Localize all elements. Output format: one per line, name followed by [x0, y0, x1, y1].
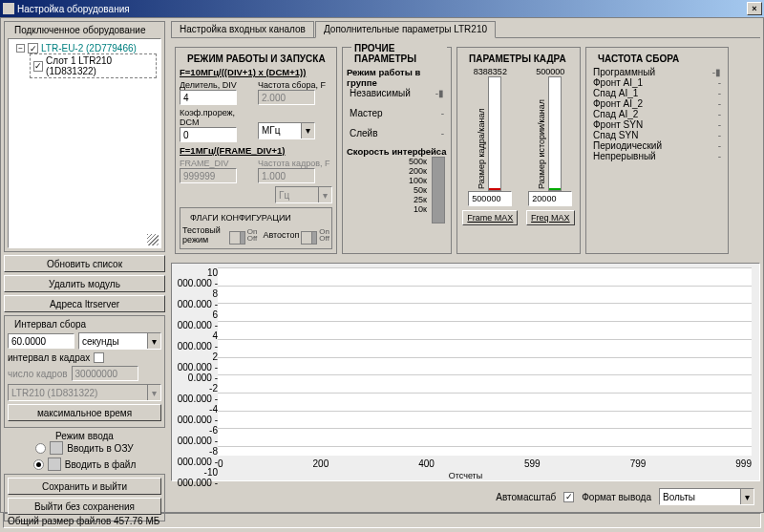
radio-ram[interactable]	[35, 443, 46, 454]
chevron-down-icon: ▾	[318, 187, 331, 202]
nframes-label: число кадров	[8, 369, 68, 379]
freq-row[interactable]: Программный-▮	[590, 67, 724, 77]
div-label: Делитель, DIV	[180, 80, 254, 90]
ltrserver-addr-button[interactable]: Адреса ltrserver	[4, 295, 165, 312]
tab-input-channels[interactable]: Настройка входных каналов	[171, 21, 314, 37]
freq-row-label: Фронт AI_1	[593, 77, 643, 88]
frame-right-top: 500000	[536, 67, 564, 76]
freq-row[interactable]: Непрерывный-	[590, 151, 724, 161]
indep-indicator[interactable]: -▮	[435, 88, 444, 98]
tree-child[interactable]: ✓ Слот 1 LTR210 (1D831322)	[30, 53, 157, 78]
interval-unit-label: секунды	[82, 336, 119, 347]
device-tree[interactable]: − ✓ LTR-EU-2 (2D779466) ✓ Слот 1 LTR210 …	[8, 38, 161, 248]
chevron-down-icon: ▾	[740, 489, 753, 504]
chart-toolbar: Автомасштаб ✓ Формат вывода Вольты ▾	[171, 484, 760, 509]
freq-row-label: Фронт AI_2	[593, 98, 643, 109]
freq-indicator[interactable]: -	[718, 88, 721, 98]
frame-left-slider[interactable]	[488, 76, 501, 191]
autostop-toggle[interactable]	[301, 231, 317, 245]
freq-row[interactable]: Фронт SYN-	[590, 119, 724, 130]
radio-file[interactable]	[33, 459, 44, 470]
tree-group: Подключенное оборудование − ✓ LTR-EU-2 (…	[4, 21, 165, 252]
frame-right-input[interactable]	[528, 191, 572, 206]
fdiv-label: FRAME_DIV	[180, 159, 254, 168]
freq-row[interactable]: Фронт AI_2-	[590, 98, 724, 109]
master-indicator[interactable]: -	[441, 108, 444, 118]
frame-right-slider[interactable]	[548, 76, 562, 191]
freq-indicator[interactable]: -	[718, 109, 721, 119]
ram-label: Вводить в ОЗУ	[67, 443, 133, 454]
frame-max-button[interactable]: Frame MAX	[462, 210, 518, 225]
tree-child-label: Слот 1 LTR210 (1D831322)	[46, 55, 153, 76]
in-frames-checkbox[interactable]	[94, 352, 104, 363]
freq-row-label: Спад SYN	[593, 130, 638, 140]
tree-expander-icon[interactable]: −	[16, 44, 25, 53]
freq-row[interactable]: Спад AI_2-	[590, 109, 724, 119]
file-icon	[48, 458, 61, 471]
freq-row[interactable]: Периодический-	[590, 140, 724, 151]
dcm-input[interactable]	[180, 127, 237, 142]
format-select[interactable]: Вольты ▾	[659, 488, 754, 505]
ram-icon	[50, 441, 63, 455]
freq-row-label: Непрерывный	[593, 151, 656, 161]
testmode-toggle[interactable]	[229, 231, 245, 245]
freq-indicator[interactable]: -	[718, 151, 721, 161]
freq-title: ЧАСТОТА СБОРА	[595, 53, 682, 64]
status-bar: Общий размер файлов 457.76 МБ	[3, 513, 761, 528]
chart-area[interactable]: 10 000.000 -8 000.000 -6 000.000 -4 000.…	[171, 263, 760, 481]
chevron-down-icon: ▾	[147, 333, 160, 349]
freq-max-button[interactable]: Freq MAX	[526, 210, 575, 225]
freq-indicator[interactable]: -▮	[712, 67, 721, 77]
plot-area	[218, 267, 752, 456]
freq-row-label: Периодический	[593, 140, 662, 151]
frame-left-top: 8388352	[474, 67, 507, 76]
tree-title: Подключенное оборудование	[11, 25, 148, 35]
iface-slider[interactable]	[432, 157, 445, 223]
formula1: F=10МГц/((DIV+1) x (DCM+1))	[180, 67, 332, 77]
freq-indicator[interactable]: -	[718, 98, 721, 109]
close-icon[interactable]: ×	[747, 2, 762, 15]
format-value: Вольты	[663, 492, 695, 502]
freq-label: Частота сбора, F	[258, 80, 332, 90]
freq-unit-select[interactable]: МГц ▾	[258, 122, 315, 139]
slave-indicator[interactable]: -	[441, 128, 444, 138]
checkbox-child[interactable]: ✓	[33, 61, 43, 72]
checkbox-root[interactable]: ✓	[28, 43, 38, 53]
chevron-down-icon: ▾	[147, 385, 160, 400]
freq-indicator[interactable]: -	[718, 77, 721, 88]
save-group: Сохранить и выйти Выйти без сохранения	[4, 474, 165, 521]
tab-extra-params[interactable]: Дополнительные параметры LTR210	[315, 21, 496, 38]
status-text: Общий размер файлов 457.76 МБ	[8, 516, 159, 526]
interval-value-input[interactable]	[8, 333, 74, 349]
group-mode-label: Режим работы в группе	[347, 67, 447, 88]
freq-indicator[interactable]: -	[718, 140, 721, 151]
other-fieldset: ПРОЧИЕ ПАРАМЕТРЫ Режим работы в группе Н…	[342, 47, 452, 254]
freq-indicator[interactable]: -	[718, 119, 721, 130]
freq-indicator[interactable]: -	[718, 130, 721, 140]
interval-unit-select[interactable]: секунды ▾	[78, 332, 161, 350]
frame-left-input[interactable]	[468, 191, 512, 206]
autoscale-checkbox[interactable]: ✓	[563, 492, 574, 502]
dcm-label: Коэф.прореж, DCM	[180, 108, 254, 127]
formula2: F=1МГц/(FRAME_DIV+1)	[180, 145, 332, 156]
freq-row[interactable]: Фронт AI_1-	[590, 77, 724, 88]
delete-module-button[interactable]: Удалить модуль	[4, 275, 165, 292]
freq-row[interactable]: Спад SYN-	[590, 130, 724, 140]
in-frames-label: интервал в кадрах	[8, 352, 90, 363]
freq-row[interactable]: Спад AI_1-	[590, 88, 724, 98]
x-axis: 0200400599799999	[218, 458, 752, 469]
refresh-list-button[interactable]: Обновить список	[4, 255, 165, 272]
iface-scale: 500к 200к 100к 50к 25к 10к	[347, 157, 427, 223]
exit-nosave-button[interactable]: Выйти без сохранения	[8, 498, 161, 515]
div-input[interactable]	[180, 90, 237, 105]
autoscale-label: Автомасштаб	[496, 492, 556, 502]
tree-root[interactable]: − ✓ LTR-EU-2 (2D779466)	[16, 43, 157, 53]
save-exit-button[interactable]: Сохранить и выйти	[8, 478, 161, 495]
freq-row-label: Спад AI_2	[593, 109, 638, 119]
resize-handle-icon[interactable]	[147, 234, 159, 245]
iface-label: Скорость интерфейса	[347, 146, 447, 157]
freq-row-label: Программный	[593, 67, 655, 77]
max-time-button[interactable]: максимальное время	[8, 404, 161, 421]
frame-right-side: Размер истории/канал	[537, 76, 546, 191]
other-title: ПРОЧИЕ ПАРАМЕТРЫ	[351, 43, 447, 64]
